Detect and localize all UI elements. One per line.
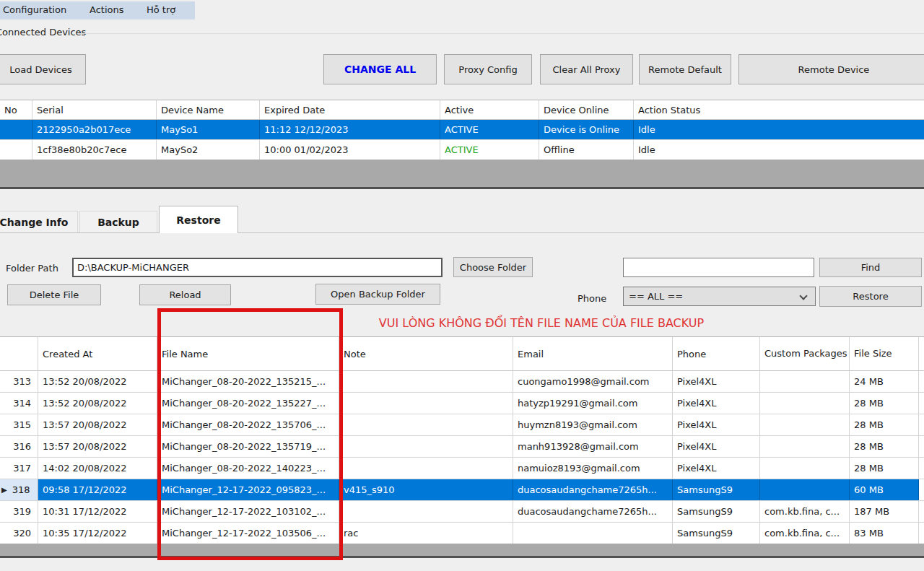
- cell-custom-packages[interactable]: com.kb.fina, c...: [760, 501, 850, 522]
- backup-row-selected[interactable]: ▶ 318 09:58 17/12/2022 MiChanger_12-17-2…: [0, 479, 924, 501]
- cell-custom-packages[interactable]: [760, 479, 850, 500]
- backup-col-note[interactable]: Note: [339, 337, 513, 370]
- cell-phone[interactable]: Pixel4XL: [673, 436, 760, 457]
- cell-active[interactable]: ACTIVE: [440, 140, 539, 160]
- cell-file-size[interactable]: 187 MB: [850, 501, 919, 522]
- cell-created-at[interactable]: 10:35 17/12/2022: [38, 523, 157, 544]
- cell-email[interactable]: [513, 523, 673, 544]
- cell-row-number[interactable]: 313: [0, 371, 38, 392]
- cell-file-size[interactable]: 28 MB: [850, 436, 919, 457]
- backup-row[interactable]: 315 13:57 20/08/2022 MiChanger_08-20-202…: [0, 414, 924, 436]
- cell-device-online[interactable]: Offline: [539, 140, 634, 160]
- restore-button[interactable]: Restore: [819, 286, 922, 307]
- backup-col-created-at[interactable]: Created At: [38, 337, 157, 370]
- backup-row[interactable]: 314 13:52 20/08/2022 MiChanger_08-20-202…: [0, 393, 924, 414]
- search-input[interactable]: [623, 258, 814, 277]
- cell-custom-packages[interactable]: [760, 371, 850, 392]
- cell-created-at[interactable]: 13:52 20/08/2022: [38, 393, 157, 414]
- reload-button[interactable]: Reload: [139, 284, 231, 305]
- cell-phone[interactable]: Pixel4XL: [673, 393, 760, 414]
- cell-no[interactable]: [0, 140, 32, 160]
- remote-default-button[interactable]: Remote Default: [639, 54, 731, 84]
- cell-note[interactable]: [339, 393, 513, 414]
- cell-custom-packages[interactable]: [760, 414, 850, 435]
- cell-file-name[interactable]: MiChanger_12-17-2022_103506_...: [157, 523, 339, 544]
- cell-file-size[interactable]: 28 MB: [850, 393, 919, 414]
- device-col-expired-date[interactable]: Expired Date: [260, 100, 440, 119]
- backup-row[interactable]: 317 14:02 20/08/2022 MiChanger_08-20-202…: [0, 458, 924, 479]
- cell-row-number[interactable]: 314: [0, 393, 38, 414]
- backup-row[interactable]: 316 13:57 20/08/2022 MiChanger_08-20-202…: [0, 436, 924, 458]
- cell-note[interactable]: [339, 371, 513, 392]
- cell-phone[interactable]: Pixel4XL: [673, 458, 760, 479]
- delete-file-button[interactable]: Delete File: [7, 284, 101, 305]
- cell-expired-date[interactable]: 10:00 01/02/2023: [260, 140, 440, 160]
- cell-custom-packages[interactable]: [760, 393, 850, 414]
- cell-file-name[interactable]: MiChanger_08-20-2022_135719_...: [157, 436, 339, 457]
- device-col-active[interactable]: Active: [440, 100, 539, 119]
- backup-col-phone[interactable]: Phone: [673, 337, 760, 370]
- cell-device-online[interactable]: Device is Online: [539, 120, 634, 139]
- open-backup-folder-button[interactable]: Open Backup Folder: [315, 284, 440, 305]
- load-devices-button[interactable]: Load Devices: [0, 54, 86, 84]
- backup-col-rowheader[interactable]: [0, 337, 38, 370]
- cell-email[interactable]: cuongamo1998@gmail.com: [513, 371, 673, 392]
- cell-phone[interactable]: Pixel4XL: [673, 371, 760, 392]
- cell-file-name[interactable]: MiChanger_08-20-2022_135706_...: [157, 414, 339, 435]
- cell-custom-packages[interactable]: com.kb.fina, c...: [760, 523, 850, 544]
- cell-no[interactable]: [0, 120, 32, 139]
- cell-phone[interactable]: SamsungS9: [673, 479, 760, 500]
- menu-configuration[interactable]: Configuration: [3, 4, 66, 15]
- backup-row[interactable]: 319 10:31 17/12/2022 MiChanger_12-17-202…: [0, 501, 924, 523]
- cell-created-at[interactable]: 13:57 20/08/2022: [38, 436, 157, 457]
- tab-restore[interactable]: Restore: [159, 206, 238, 233]
- menu-help[interactable]: Hỗ trợ: [147, 4, 175, 15]
- cell-phone[interactable]: Pixel4XL: [673, 414, 760, 435]
- cell-action-status[interactable]: Idle: [634, 140, 924, 160]
- change-all-button[interactable]: CHANGE ALL: [323, 54, 437, 84]
- backup-col-email[interactable]: Email: [513, 337, 673, 370]
- cell-action-status[interactable]: Idle: [634, 120, 924, 139]
- cell-note[interactable]: [339, 501, 513, 522]
- cell-active[interactable]: ACTIVE: [440, 120, 539, 139]
- cell-created-at[interactable]: 13:52 20/08/2022: [38, 371, 157, 392]
- cell-note[interactable]: [339, 414, 513, 435]
- tab-backup[interactable]: Backup: [79, 211, 157, 232]
- cell-phone[interactable]: SamsungS9: [673, 523, 760, 544]
- cell-device-name[interactable]: MaySo1: [157, 120, 260, 139]
- cell-file-name[interactable]: MiChanger_08-20-2022_135215_...: [157, 371, 339, 392]
- device-col-device-name[interactable]: Device Name: [157, 100, 260, 119]
- choose-folder-button[interactable]: Choose Folder: [453, 257, 533, 277]
- cell-email[interactable]: hatyzp19291@gmail.com: [513, 393, 673, 414]
- cell-email[interactable]: huymzn8193@gmail.com: [513, 414, 673, 435]
- device-row[interactable]: 2122950a2b017ece MaySo1 11:12 12/12/2023…: [0, 120, 924, 140]
- cell-device-name[interactable]: MaySo2: [157, 140, 260, 160]
- cell-expired-date[interactable]: 11:12 12/12/2023: [260, 120, 440, 139]
- cell-row-number[interactable]: 317: [0, 458, 38, 479]
- device-col-no[interactable]: No: [0, 100, 32, 119]
- cell-file-size[interactable]: 28 MB: [850, 458, 919, 479]
- cell-serial[interactable]: 2122950a2b017ece: [32, 120, 157, 139]
- backup-col-file-name[interactable]: File Name: [157, 337, 339, 370]
- backup-col-custom-packages[interactable]: Custom Packages: [760, 337, 850, 370]
- cell-file-size[interactable]: 28 MB: [850, 414, 919, 435]
- cell-file-name[interactable]: MiChanger_08-20-2022_135227_...: [157, 393, 339, 414]
- cell-file-size[interactable]: 83 MB: [850, 523, 919, 544]
- menu-actions[interactable]: Actions: [90, 4, 124, 15]
- cell-email[interactable]: duacosaudangchame7265h...: [513, 479, 673, 500]
- cell-row-number[interactable]: 316: [0, 436, 38, 457]
- cell-file-name[interactable]: MiChanger_12-17-2022_095823_...: [157, 479, 339, 500]
- clear-all-proxy-button[interactable]: Clear All Proxy: [540, 54, 633, 84]
- backup-col-file-size[interactable]: File Size: [850, 337, 919, 370]
- cell-note[interactable]: [339, 458, 513, 479]
- cell-created-at[interactable]: 09:58 17/12/2022: [38, 479, 157, 500]
- cell-created-at[interactable]: 10:31 17/12/2022: [38, 501, 157, 522]
- cell-phone[interactable]: SamsungS9: [673, 501, 760, 522]
- cell-file-name[interactable]: MiChanger_08-20-2022_140223_...: [157, 458, 339, 479]
- cell-created-at[interactable]: 14:02 20/08/2022: [38, 458, 157, 479]
- cell-file-size[interactable]: 24 MB: [850, 371, 919, 392]
- cell-custom-packages[interactable]: [760, 436, 850, 457]
- device-col-serial[interactable]: Serial: [32, 100, 157, 119]
- cell-created-at[interactable]: 13:57 20/08/2022: [38, 414, 157, 435]
- cell-serial[interactable]: 1cf38e80b20c7ece: [32, 140, 157, 160]
